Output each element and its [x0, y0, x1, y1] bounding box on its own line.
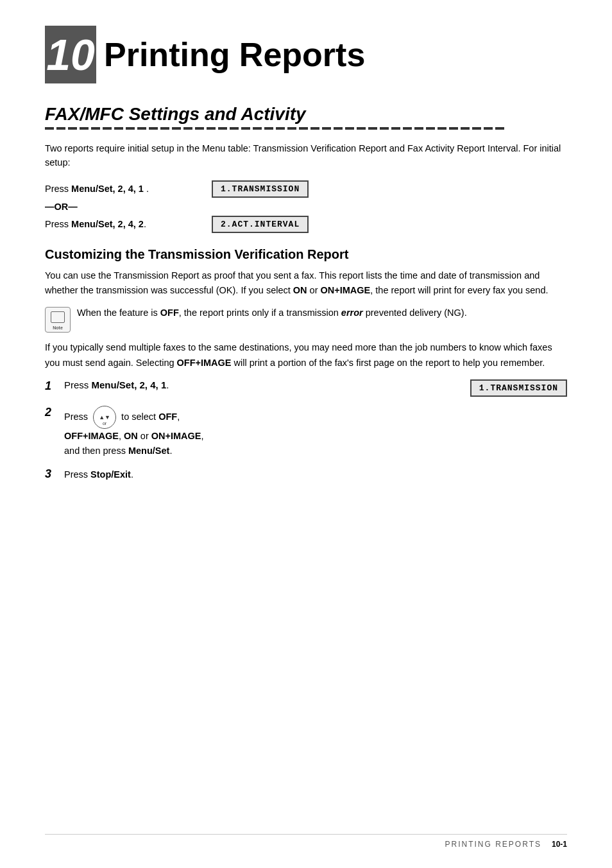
step-number-2: 2	[45, 406, 64, 419]
step2-menu-set: Menu/Set	[128, 446, 169, 456]
nav-or-text: or	[103, 420, 106, 427]
nav-arrow-icon: or	[93, 406, 116, 429]
note-icon-inner	[51, 311, 65, 323]
footer-label: PRINTING REPORTS	[445, 840, 541, 849]
step-content-2: Press or to select OFF, OFF+IMAGE, ON or…	[64, 406, 567, 458]
keyword-off: OFF	[160, 308, 179, 318]
step-row-3: 3 Press Stop/Exit.	[45, 467, 567, 482]
press-text-2: Press Menu/Set, 2, 4, 2.	[45, 219, 212, 229]
press-row-2: Press Menu/Set, 2, 4, 2. 2.ACT.INTERVAL	[45, 216, 567, 233]
section-divider	[45, 127, 567, 130]
step-text-1: Press Menu/Set, 2, 4, 1.	[64, 379, 457, 390]
step3-stop-exit: Stop/Exit	[90, 469, 131, 480]
keyword-on-image-step2: ON+IMAGE	[151, 431, 201, 441]
body-text-2: If you typically send multiple faxes to …	[45, 340, 567, 370]
keyword-on-image: ON+IMAGE	[321, 285, 371, 295]
keyword-on-step2: ON	[124, 431, 138, 441]
footer-page: 10-1	[552, 840, 567, 849]
press-row-1: Press Menu/Set, 2, 4, 1 . 1.TRANSMISSION	[45, 180, 567, 198]
or-separator: —OR—	[45, 202, 567, 212]
step-row-1: 1 Press Menu/Set, 2, 4, 1. 1.TRANSMISSIO…	[45, 379, 567, 397]
lcd-display-1: 1.TRANSMISSION	[212, 180, 309, 198]
page: 10 Printing Reports FAX/MFC Settings and…	[0, 0, 612, 868]
press-keys-2: Menu/Set, 2, 4, 2	[71, 219, 144, 229]
chapter-number-box: 10	[45, 26, 96, 83]
steps-section: 1 Press Menu/Set, 2, 4, 1. 1.TRANSMISSIO…	[45, 379, 567, 483]
intro-text: Two reports require initial setup in the…	[45, 141, 567, 170]
step-row-2: 2 Press or to select OFF, OFF+IMAGE, ON …	[45, 406, 567, 458]
note-text: When the feature is OFF, the report prin…	[77, 306, 567, 320]
chapter-number: 10	[46, 30, 95, 80]
chapter-title: Printing Reports	[104, 38, 365, 71]
chapter-header: 10 Printing Reports	[45, 26, 567, 83]
note-icon	[45, 307, 71, 333]
lcd-display-2: 2.ACT.INTERVAL	[212, 216, 309, 233]
body-text-1: You can use the Transmission Report as p…	[45, 268, 567, 298]
press-text-1: Press Menu/Set, 2, 4, 1 .	[45, 184, 212, 194]
page-footer: PRINTING REPORTS 10-1	[45, 834, 567, 849]
keyword-error: error	[341, 308, 363, 318]
step-content-3: Press Stop/Exit.	[64, 467, 567, 482]
step1-keys: Menu/Set, 2, 4, 1	[92, 379, 167, 390]
step-content-1: Press Menu/Set, 2, 4, 1. 1.TRANSMISSION	[64, 379, 567, 397]
subsection-heading: Customizing the Transmission Verificatio…	[45, 247, 567, 262]
press-keys-1: Menu/Set, 2, 4, 1	[71, 184, 144, 194]
step-number-3: 3	[45, 467, 64, 481]
step-number-1: 1	[45, 379, 64, 393]
note-box: When the feature is OFF, the report prin…	[45, 306, 567, 333]
section-heading: FAX/MFC Settings and Activity	[45, 104, 567, 125]
keyword-off-step2: OFF	[158, 412, 177, 422]
keyword-off-image-step2: OFF+IMAGE	[64, 431, 119, 441]
keyword-on: ON	[293, 285, 307, 295]
keyword-off-image: OFF+IMAGE	[177, 358, 232, 368]
step1-lcd: 1.TRANSMISSION	[470, 379, 567, 397]
